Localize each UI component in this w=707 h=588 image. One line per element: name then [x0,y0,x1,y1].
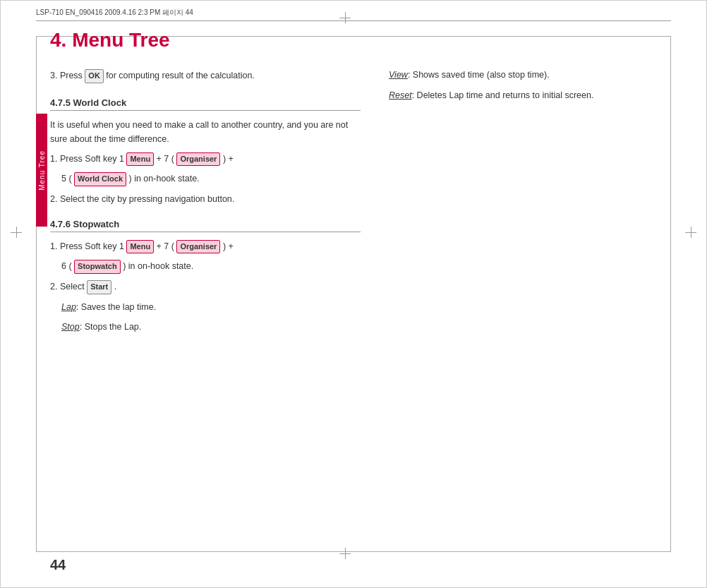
reset-label: Reset [389,90,412,100]
stopwatch-section: 4.7.6 Stopwatch 1. Press Soft key 1 Menu… [50,219,361,334]
stopwatch-heading: 4.7.6 Stopwatch [50,219,361,232]
sidebar-tab-label: Menu Tree [38,150,46,191]
step-3: 3. Press OK for computing result of the … [50,68,361,83]
stopwatch-step1-line2: 6 ( Stopwatch ) in on-hook state. [61,259,361,274]
wc-step1-line2-pre: 5 ( [61,174,74,184]
view-text: : Shows saved time (also stop time). [408,70,550,80]
wc-step1-line2-post: ) in on-hook state. [126,174,200,184]
right-column: View: Shows saved time (also stop time).… [389,68,671,340]
sw-start-badge: Start [87,280,111,294]
world-clock-step1-line1: 1. Press Soft key 1 Menu + 7 ( Organiser… [50,152,361,167]
page-number: 44 [50,557,66,573]
sw-step1-line2-pre: 6 ( [61,261,74,271]
sidebar-tab: Menu Tree [36,114,47,227]
stop-text: : Stops the Lap. [80,322,142,332]
world-clock-section: 4.7.5 World Clock It is useful when you … [50,97,361,206]
lap-label: Lap [61,302,76,312]
view-note: View: Shows saved time (also stop time). [389,68,671,82]
left-column: 3. Press OK for computing result of the … [50,68,361,340]
step3-text-post: for computing result of the calculation. [104,71,255,80]
sw-step1-mid2: ) + [220,241,233,251]
stopwatch-lap: Lap: Saves the lap time. [61,300,361,314]
intro-section: 3. Press OK for computing result of the … [50,68,361,83]
stopwatch-stop: Stop: Stops the Lap. [61,320,361,334]
view-label: View [389,70,408,80]
bottom-border [36,551,671,552]
sw-step1-line2-post: ) in on-hook state. [121,261,194,271]
step3-text-pre: 3. Press [50,71,85,80]
wc-worldclock-badge: World Clock [74,172,126,186]
wc-step1-pre: 1. Press Soft key 1 [50,154,126,164]
page-title: 4. Menu Tree [50,22,671,52]
header-text: LSP-710 EN_090416 2009.4.16 2:3 PM 페이지 4… [36,8,193,18]
cross-marker-bottom [339,548,351,559]
world-clock-description: It is useful when you need to make a cal… [50,118,361,146]
wc-menu-badge: Menu [126,152,154,167]
wc-organiser-badge: Organiser [176,152,220,167]
world-clock-step2: 2. Select the city by pressing navigatio… [50,192,361,206]
reset-text: : Deletes Lap time and returns to initia… [412,90,594,100]
world-clock-heading: 4.7.5 World Clock [50,97,361,111]
wc-step1-mid1: + 7 ( [154,154,176,164]
main-content: 4. Menu Tree 3. Press OK for computing r… [50,22,671,545]
cross-marker-left [11,227,22,238]
sw-menu-badge: Menu [126,240,154,254]
stop-label: Stop [61,322,80,332]
top-header: LSP-710 EN_090416 2009.4.16 2:3 PM 페이지 4… [36,8,671,21]
sw-step2-pre: 2. Select [50,282,87,292]
sw-step1-mid1: + 7 ( [154,241,176,251]
ok-badge: OK [85,69,104,83]
stopwatch-step1-line1: 1. Press Soft key 1 Menu + 7 ( Organiser… [50,239,361,254]
stopwatch-step2: 2. Select Start . [50,280,361,294]
lap-text: : Saves the lap time. [76,302,156,312]
world-clock-step1-line2: 5 ( World Clock ) in on-hook state. [61,172,361,186]
reset-note: Reset: Deletes Lap time and returns to i… [389,89,671,102]
page-container: LSP-710 EN_090416 2009.4.16 2:3 PM 페이지 4… [0,0,707,588]
sw-stopwatch-badge: Stopwatch [74,260,121,274]
sw-organiser-badge: Organiser [176,240,220,254]
wc-step1-mid2: ) + [220,154,233,164]
sw-step2-post: . [111,282,116,292]
sw-step1-pre: 1. Press Soft key 1 [50,241,126,251]
two-col-layout: 3. Press OK for computing result of the … [50,68,671,340]
cross-marker-right [685,227,696,238]
